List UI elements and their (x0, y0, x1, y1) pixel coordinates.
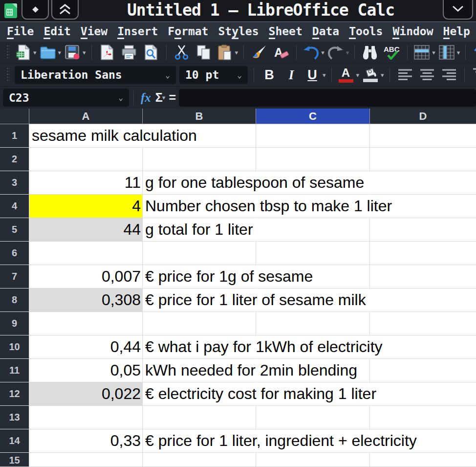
row-header-6[interactable]: 6 (0, 242, 29, 265)
row-header-7[interactable]: 7 (0, 265, 29, 289)
formula-input[interactable] (179, 89, 476, 107)
cell-C5[interactable] (256, 218, 370, 242)
cell-B5[interactable]: g total for 1 liter (143, 218, 256, 242)
cell-B10[interactable]: € what i pay for 1kWh of electricity (143, 335, 256, 359)
clear-formatting-button[interactable]: A (272, 43, 290, 62)
undo-dropdown[interactable]: ▾ (321, 49, 325, 56)
cell-D9[interactable] (370, 312, 476, 335)
menu-sheet[interactable]: Sheet (264, 25, 307, 39)
font-color-dropdown[interactable]: ▾ (356, 71, 360, 79)
font-color-button[interactable]: A (338, 66, 354, 84)
cell-B11[interactable]: kWh needed for 2min blending (143, 359, 256, 382)
cell-D11[interactable] (370, 359, 476, 382)
align-left-button[interactable] (396, 66, 414, 84)
row-header-8[interactable]: 8 (0, 289, 29, 312)
titlebar-diamond-button[interactable] (22, 0, 49, 20)
cell-B8[interactable]: € price for 1 liter of sesame milk (143, 289, 256, 312)
save-button[interactable] (64, 43, 81, 62)
open-dropdown[interactable]: ▾ (58, 49, 62, 56)
row-header-10[interactable]: 10 (0, 335, 29, 359)
column-header-C[interactable]: C (256, 109, 370, 124)
cell-A3[interactable]: 11 (29, 171, 143, 195)
cell-B12[interactable]: € electricity cost for making 1 liter (143, 382, 256, 406)
spelling-button[interactable]: ABC (383, 43, 401, 62)
export-pdf-button[interactable] (98, 43, 116, 62)
column-header-D[interactable]: D (370, 109, 476, 124)
cell-A12[interactable]: 0,022 (29, 382, 143, 406)
undo-button[interactable] (303, 43, 319, 62)
cell-D13[interactable] (370, 406, 476, 429)
sum-icon[interactable]: Σ (155, 90, 163, 105)
redo-dropdown[interactable]: ▾ (346, 49, 349, 56)
menu-window[interactable]: Window (388, 25, 438, 39)
cell-A10[interactable]: 0,44 (29, 335, 143, 359)
cell-C1[interactable] (256, 124, 370, 148)
row-header-13[interactable]: 13 (0, 406, 29, 429)
align-center-button[interactable] (418, 66, 436, 84)
row-header-11[interactable]: 11 (0, 359, 29, 382)
cell-D12[interactable] (370, 382, 476, 406)
cut-button[interactable] (173, 43, 191, 62)
sum-dropdown[interactable]: ▾ (162, 94, 166, 101)
cell-B13[interactable] (143, 406, 256, 429)
align-right-button[interactable] (440, 66, 458, 84)
paste-dropdown[interactable]: ▾ (235, 49, 238, 56)
cell-B7[interactable]: € price for 1g of sesame (143, 265, 256, 289)
print-button[interactable] (120, 43, 138, 62)
menu-format[interactable]: Format (163, 25, 213, 39)
paste-button[interactable] (216, 43, 233, 62)
cell-A15[interactable] (29, 453, 143, 467)
cell-D15[interactable] (370, 453, 476, 467)
select-all-corner[interactable] (0, 109, 29, 124)
column-header-B[interactable]: B (143, 109, 256, 124)
highlight-color-dropdown[interactable]: ▾ (381, 71, 384, 79)
row-header-4[interactable]: 4 (0, 195, 29, 218)
cell-A1[interactable]: sesame milk calculation (29, 124, 143, 148)
find-replace-button[interactable] (361, 43, 379, 62)
underline-dropdown[interactable]: ▾ (323, 71, 326, 79)
cell-B9[interactable] (143, 312, 256, 335)
underline-button[interactable]: U (304, 66, 321, 84)
cell-B2[interactable] (143, 148, 256, 171)
print-preview-button[interactable] (142, 43, 160, 62)
menu-tools[interactable]: Tools (344, 25, 388, 39)
cell-A14[interactable]: 0,33 (29, 429, 143, 453)
sort-button[interactable] (472, 43, 476, 62)
cell-A4[interactable]: 4 (29, 195, 143, 218)
cell-B3[interactable]: g for one tablespoon of sesame (143, 171, 256, 195)
cell-D10[interactable] (370, 335, 476, 359)
clone-formatting-button[interactable] (250, 43, 268, 62)
row-header-14[interactable]: 14 (0, 429, 29, 453)
italic-button[interactable]: I (282, 66, 301, 84)
cell-D7[interactable] (370, 265, 476, 289)
cell-C2[interactable] (256, 148, 370, 171)
cell-D1[interactable] (370, 124, 476, 148)
insert-row-button[interactable] (413, 43, 430, 62)
cell-D8[interactable] (370, 289, 476, 312)
insert-column-button[interactable] (438, 43, 455, 62)
cell-B4[interactable]: Number chosen tbsp to make 1 liter (143, 195, 256, 218)
row-header-9[interactable]: 9 (0, 312, 29, 335)
save-dropdown[interactable]: ▾ (83, 49, 86, 56)
font-size-combobox[interactable]: 10 pt ⌄ (179, 66, 248, 84)
row-header-15[interactable]: 15 (0, 453, 29, 467)
cell-A2[interactable] (29, 148, 143, 171)
row-header-5[interactable]: 5 (0, 218, 29, 242)
cell-A5[interactable]: 44 (29, 218, 143, 242)
cell-C13[interactable] (256, 406, 370, 429)
redo-button[interactable] (327, 43, 344, 62)
toolbar-drag-handle[interactable] (6, 44, 10, 60)
cell-A9[interactable] (29, 312, 143, 335)
open-button[interactable] (40, 43, 56, 62)
align-top-button[interactable] (471, 66, 476, 84)
function-wizard-icon[interactable]: fx (141, 91, 151, 105)
insert-row-dropdown[interactable]: ▾ (432, 49, 435, 56)
titlebar-expand-button[interactable] (443, 0, 473, 20)
cell-A6[interactable] (29, 242, 143, 265)
cell-B14[interactable]: € price for 1 liter, ingredient + electr… (143, 429, 256, 453)
cell-A13[interactable] (29, 406, 143, 429)
cell-D3[interactable] (370, 171, 476, 195)
menu-help[interactable]: Help (438, 25, 475, 39)
toolbar-drag-handle[interactable] (6, 67, 10, 83)
cell-A11[interactable]: 0,05 (29, 359, 143, 382)
